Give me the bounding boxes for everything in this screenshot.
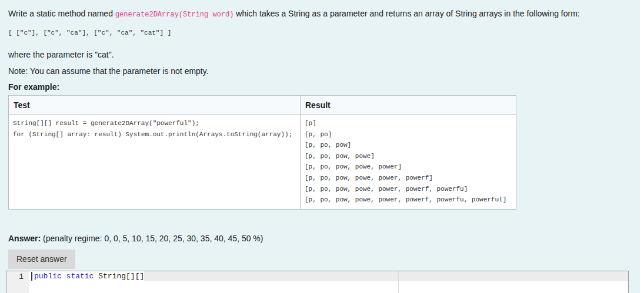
parameter-note: where the parameter is "cat". [8,49,640,60]
example-array-output: [ ["c"], ["c", "ca"], ["c", "ca", "cat"]… [8,29,640,36]
example-table-header-row: Test Result [9,96,516,115]
question-intro-suffix: which takes a String as a parameter and … [233,9,579,18]
code-keyword: public static [34,271,94,281]
test-cell: String[][] result = generate2DArray("pow… [9,115,301,210]
code-text: String[][] [94,271,144,281]
reset-answer-button[interactable]: Reset answer [8,250,75,269]
editor-content[interactable]: public static String[][] [29,271,628,293]
assumption-note: Note: You can assume that the parameter … [8,66,640,77]
result-line: [p, po, pow, powe, power, powerf, powerf… [305,184,512,195]
answer-heading: Answer: (penalty regime: 0, 0, 5, 10, 15… [8,234,640,244]
example-table-body-row: String[][] result = generate2DArray("pow… [9,115,516,210]
code-editor[interactable]: 1 public static String[][] [6,271,629,293]
for-example-label: For example: [8,82,640,92]
result-line: [p] [305,118,512,129]
text-cursor [31,272,32,281]
result-cell: [p] [p, po] [p, po, pow] [p, po, pow, po… [301,115,516,210]
active-line-fill [144,271,628,281]
question-panel: Write a static method named generate2DAr… [0,0,640,293]
answer-label: Answer: [8,234,41,243]
inline-code-method-signature: generate2DArray(String word) [115,11,234,19]
question-intro-prefix: Write a static method named [8,9,115,18]
editor-gutter: 1 [6,271,29,293]
result-column-header: Result [301,96,516,115]
print-margin-line [398,271,399,293]
result-line: [p, po, pow] [305,140,512,151]
line-number: 1 [6,272,24,282]
result-line: [p, po] [305,129,512,140]
test-code-line: String[][] result = generate2DArray("pow… [13,118,296,129]
result-line: [p, po, pow, powe] [305,151,512,162]
test-code-line: for (String[] array: result) System.out.… [13,129,296,140]
code-line-1[interactable]: public static String[][] [29,271,628,281]
test-column-header: Test [9,96,301,115]
page-right-margin [640,0,644,293]
result-line: [p, po, pow, powe, power, powerf, powerf… [305,194,512,206]
result-line: [p, po, pow, powe, power] [305,161,512,173]
result-line: [p, po, pow, powe, power, powerf] [305,173,512,184]
question-intro: Write a static method named generate2DAr… [8,8,640,21]
penalty-regime-text: (penalty regime: 0, 0, 5, 10, 15, 20, 25… [41,234,263,243]
example-table: Test Result String[][] result = generate… [8,95,516,210]
